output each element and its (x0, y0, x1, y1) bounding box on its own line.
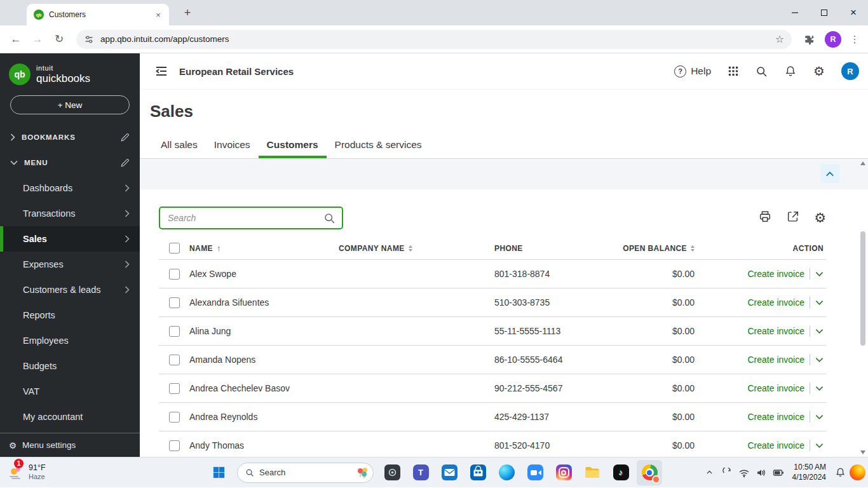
sidebar-item-expenses[interactable]: Expenses (0, 252, 140, 277)
forward-button[interactable]: → (28, 30, 47, 49)
column-header-name[interactable]: NAME ↑ (189, 243, 339, 253)
row-checkbox[interactable] (169, 297, 180, 308)
edit-bookmarks-icon[interactable] (120, 133, 130, 142)
customer-name[interactable]: Andrea Reynolds (189, 412, 339, 422)
tiktok-icon[interactable]: ♪ (608, 460, 634, 485)
file-explorer-icon[interactable] (580, 460, 605, 485)
sidebar-item-budgets[interactable]: Budgets (0, 353, 140, 379)
vertical-scrollbar[interactable] (859, 160, 867, 456)
weather-widget[interactable]: 91°F Haze 1 (0, 458, 53, 487)
new-button[interactable]: + New (10, 95, 130, 114)
taskbar-search[interactable]: Search (237, 463, 374, 483)
export-icon[interactable] (786, 210, 800, 226)
sidebar-item-employees[interactable]: Employees (0, 328, 140, 353)
sidebar-item-dashboards[interactable]: Dashboards (0, 175, 140, 201)
create-invoice-link[interactable]: Create invoice (748, 355, 805, 365)
settings-gear-icon[interactable]: ⚙ (813, 64, 825, 79)
tab-invoices[interactable]: Invoices (206, 133, 259, 158)
bookmarks-section[interactable]: BOOKMARKS (0, 125, 140, 150)
battery-icon[interactable] (770, 462, 787, 484)
action-dropdown-icon[interactable] (815, 443, 824, 449)
row-checkbox[interactable] (169, 383, 180, 394)
row-checkbox[interactable] (169, 440, 180, 451)
print-icon[interactable] (758, 210, 772, 226)
search-icon[interactable] (756, 65, 768, 78)
instagram-icon[interactable] (551, 460, 576, 485)
search-icon[interactable] (323, 212, 336, 224)
site-settings-icon[interactable] (84, 34, 94, 44)
table-settings-gear-icon[interactable]: ⚙ (814, 210, 826, 226)
sidebar-item-vat[interactable]: VAT (0, 379, 140, 404)
action-dropdown-icon[interactable] (815, 271, 824, 277)
row-checkbox[interactable] (169, 326, 180, 337)
tab-all-sales[interactable]: All sales (153, 133, 206, 158)
chrome-icon[interactable] (637, 460, 662, 485)
row-checkbox[interactable] (169, 412, 180, 423)
row-checkbox[interactable] (169, 355, 180, 365)
customer-name[interactable]: Andy Thomas (189, 440, 339, 451)
action-dropdown-icon[interactable] (815, 300, 824, 306)
qbo-profile-avatar[interactable]: R (841, 62, 859, 80)
sidebar-item-customers-leads[interactable]: Customers & leads (0, 277, 140, 302)
tab-close-icon[interactable]: × (153, 9, 164, 20)
edge-icon[interactable] (494, 460, 519, 485)
column-header-balance[interactable]: OPEN BALANCE (621, 244, 695, 253)
browser-tab-customers[interactable]: qb Customers × (27, 4, 169, 25)
wifi-icon[interactable] (736, 462, 752, 484)
apps-grid-icon[interactable] (728, 65, 739, 77)
zoom-icon[interactable] (522, 460, 548, 485)
browser-profile-avatar[interactable]: R (825, 31, 841, 48)
column-header-company[interactable]: COMPANY NAME (339, 244, 494, 253)
nav-collapse-icon[interactable] (154, 64, 169, 79)
window-minimize-button[interactable] (780, 0, 810, 25)
action-dropdown-icon[interactable] (815, 329, 824, 334)
help-button[interactable]: ? Help (674, 65, 711, 78)
tab-customers[interactable]: Customers (259, 133, 327, 158)
reload-button[interactable]: ↻ (50, 30, 69, 49)
customer-name[interactable]: Amanda Nopens (189, 355, 339, 365)
outlook-icon[interactable] (437, 460, 462, 485)
hidden-icons-chevron[interactable] (702, 462, 718, 484)
create-invoice-link[interactable]: Create invoice (748, 412, 805, 422)
sync-icon[interactable] (719, 462, 735, 484)
bookmark-star-icon[interactable]: ☆ (775, 33, 784, 45)
scroll-up-arrow[interactable] (860, 161, 865, 165)
notifications-bell-icon[interactable] (784, 65, 797, 78)
edit-menu-icon[interactable] (120, 158, 130, 168)
tab-products-services[interactable]: Products & services (327, 133, 430, 158)
address-bar[interactable]: app.qbo.intuit.com/app/customers ☆ (76, 30, 792, 49)
taskbar-clock[interactable]: 10:50 AM 4/19/2024 (792, 463, 826, 482)
scrollbar-thumb[interactable] (860, 231, 865, 346)
create-invoice-link[interactable]: Create invoice (748, 297, 805, 308)
menu-section[interactable]: MENU (0, 150, 140, 175)
create-invoice-link[interactable]: Create invoice (748, 440, 805, 451)
windows-start-button[interactable] (206, 460, 231, 485)
customer-search-box[interactable] (159, 207, 343, 229)
menu-settings-button[interactable]: ⚙ Menu settings (0, 433, 140, 457)
sidebar-item-my-accountant[interactable]: My accountant (0, 404, 140, 430)
create-invoice-link[interactable]: Create invoice (748, 383, 805, 393)
sidebar-item-transactions[interactable]: Transactions (0, 201, 140, 226)
window-close-button[interactable]: × (839, 0, 868, 25)
window-maximize-button[interactable] (810, 0, 839, 25)
select-all-checkbox[interactable] (169, 243, 180, 254)
row-checkbox[interactable] (169, 269, 180, 280)
create-invoice-link[interactable]: Create invoice (748, 326, 805, 336)
customer-name[interactable]: Alex Swope (189, 269, 339, 279)
action-dropdown-icon[interactable] (815, 357, 824, 363)
sidebar-item-sales[interactable]: Sales (0, 226, 140, 252)
back-button[interactable]: ← (6, 30, 25, 49)
volume-icon[interactable] (753, 462, 770, 484)
customer-name[interactable]: Andrea Chechelev Basov (189, 383, 339, 393)
collapse-panel-button[interactable] (820, 164, 839, 183)
customer-name[interactable]: Alina Jung (189, 326, 339, 336)
new-tab-button[interactable]: + (179, 4, 196, 21)
create-invoice-link[interactable]: Create invoice (748, 269, 805, 279)
notification-center-bell-icon[interactable] (832, 462, 848, 484)
microsoft-store-icon[interactable] (465, 460, 491, 485)
action-dropdown-icon[interactable] (815, 386, 824, 391)
teams-icon[interactable]: T (408, 460, 433, 485)
camera-app-icon[interactable] (379, 460, 405, 485)
customer-search-input[interactable] (168, 213, 323, 223)
extensions-icon[interactable] (799, 34, 818, 45)
